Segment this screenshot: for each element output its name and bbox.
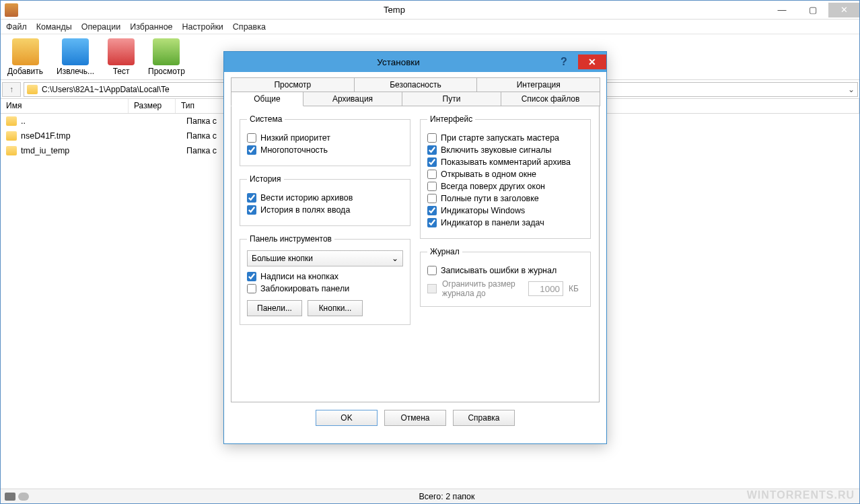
tab-archiving[interactable]: Архивация — [303, 92, 402, 106]
chk-input-history[interactable]: История в полях ввода — [247, 205, 403, 215]
view-icon — [153, 38, 180, 65]
chk-full-paths[interactable]: Полные пути в заголовке — [427, 194, 583, 203]
btn-panels[interactable]: Панели... — [247, 300, 302, 316]
toolbar-test[interactable]: Тест — [108, 38, 135, 76]
toolbar-view[interactable]: Просмотр — [148, 38, 185, 76]
winrar-icon — [229, 56, 242, 68]
cancel-button[interactable]: Отмена — [384, 410, 446, 426]
menu-favorites[interactable]: Избранное — [130, 22, 172, 32]
toolbar-size-select[interactable]: Большие кнопки⌄ — [247, 250, 403, 266]
group-interface: Интерфейс При старте запускать мастера В… — [420, 114, 591, 239]
status-icon — [5, 493, 15, 501]
add-icon — [12, 38, 39, 65]
chk-log-limit — [427, 284, 437, 293]
tab-integration[interactable]: Интеграция — [476, 77, 600, 92]
chk-captions[interactable]: Надписи на кнопках — [247, 272, 403, 281]
chk-multithreading[interactable]: Многопоточность — [247, 145, 403, 155]
settings-dialog: Установки ? ✕ Просмотр Безопасность Инте… — [223, 51, 607, 444]
menubar: Файл Команды Операции Избранное Настройк… — [1, 20, 859, 34]
log-limit-row: Ограничить размер журнала до КБ — [427, 279, 583, 298]
group-system: Система Низкий приоритет Многопоточность — [240, 114, 410, 166]
chk-always-on-top[interactable]: Всегда поверх других окон — [427, 182, 583, 191]
chk-show-comment[interactable]: Показывать комментарий архива — [427, 157, 583, 167]
tab-security[interactable]: Безопасность — [354, 77, 478, 92]
status-text: Всего: 2 папок — [34, 492, 859, 501]
chk-start-wizard[interactable]: При старте запускать мастера — [427, 133, 583, 143]
close-button[interactable]: ✕ — [828, 3, 859, 17]
window-title: Temp — [22, 5, 766, 15]
minimize-button[interactable]: — — [766, 3, 797, 17]
chk-single-window[interactable]: Открывать в одном окне — [427, 170, 583, 179]
chk-low-priority[interactable]: Низкий приоритет — [247, 133, 403, 143]
group-history: История Вести историю архивов История в … — [240, 174, 410, 226]
col-name[interactable]: Имя — [1, 99, 129, 113]
folder-icon — [6, 131, 17, 141]
menu-operations[interactable]: Операции — [81, 22, 120, 32]
dialog-title: Установки — [247, 57, 550, 67]
dialog-buttons: OK Отмена Справка — [224, 402, 606, 433]
btn-buttons[interactable]: Кнопки... — [308, 300, 363, 316]
chk-win-indicators[interactable]: Индикаторы Windows — [427, 206, 583, 215]
dialog-close-button[interactable]: ✕ — [578, 55, 606, 69]
nav-up-button[interactable]: ↑ — [2, 82, 21, 97]
chevron-down-icon: ⌄ — [392, 254, 398, 263]
help-button[interactable]: Справка — [453, 410, 515, 426]
menu-file[interactable]: Файл — [6, 22, 27, 32]
log-limit-input — [528, 281, 563, 296]
test-icon — [108, 38, 135, 65]
chk-sound[interactable]: Включить звуковые сигналы — [427, 145, 583, 155]
tab-paths[interactable]: Пути — [402, 92, 501, 106]
ok-button[interactable]: OK — [316, 410, 378, 426]
dialog-help-button[interactable]: ? — [550, 55, 578, 69]
tab-content: Система Низкий приоритет Многопоточность… — [231, 106, 600, 402]
maximize-button[interactable]: ▢ — [797, 3, 828, 17]
toolbar-extract[interactable]: Извлечь... — [57, 38, 94, 76]
status-icon — [18, 493, 29, 501]
menu-settings[interactable]: Настройки — [182, 22, 223, 32]
group-log: Журнал Записывать ошибки в журнал Ограни… — [420, 247, 591, 307]
chk-taskbar-indicator[interactable]: Индикатор в панели задач — [427, 218, 583, 227]
col-size[interactable]: Размер — [129, 99, 176, 113]
extract-icon — [62, 38, 89, 65]
tab-filelist[interactable]: Список файлов — [501, 92, 600, 106]
tab-general[interactable]: Общие — [231, 92, 303, 106]
folder-icon — [27, 85, 38, 94]
folder-icon — [6, 146, 17, 155]
group-toolbar: Панель инструментов Большие кнопки⌄ Надп… — [240, 234, 410, 325]
path-dropdown-icon[interactable]: ⌄ — [848, 85, 855, 94]
tab-view[interactable]: Просмотр — [231, 77, 355, 92]
menu-help[interactable]: Справка — [233, 22, 266, 32]
chk-log-errors[interactable]: Записывать ошибки в журнал — [427, 266, 583, 275]
statusbar: Всего: 2 папок — [1, 489, 859, 503]
menu-commands[interactable]: Команды — [36, 22, 72, 32]
toolbar-add[interactable]: Добавить — [7, 38, 43, 76]
watermark: WINTORRENTS.RU — [747, 489, 855, 501]
winrar-icon — [5, 3, 18, 17]
path-text: C:\Users\82A1~1\AppData\Local\Te — [42, 85, 170, 94]
chk-lock-panels[interactable]: Заблокировать панели — [247, 284, 403, 293]
chk-archive-history[interactable]: Вести историю архивов — [247, 193, 403, 203]
titlebar: Temp — ▢ ✕ — [1, 1, 859, 20]
dialog-titlebar: Установки ? ✕ — [224, 52, 606, 72]
folder-icon — [6, 116, 17, 126]
